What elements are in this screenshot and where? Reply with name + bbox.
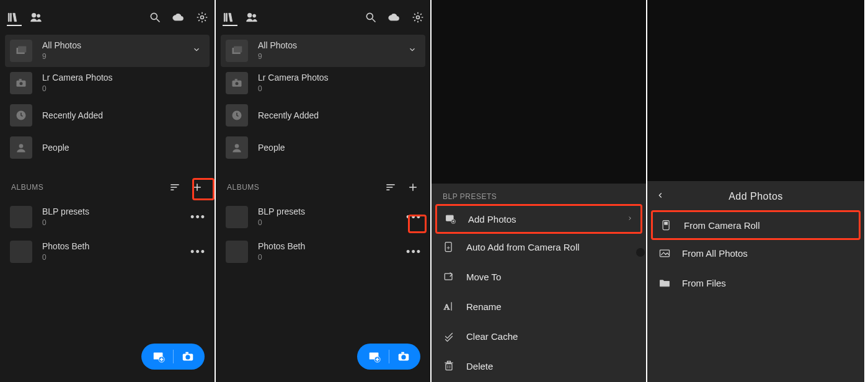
item-count: 9 [42,51,81,62]
menu-from-camera-roll[interactable]: From Camera Roll [651,210,861,240]
album-blp-presets[interactable]: BLP presets0 ••• [0,200,215,234]
camera-roll-icon [660,219,673,231]
dim-overlay [647,0,864,181]
people-icon[interactable] [246,11,258,24]
cloud-icon[interactable] [388,11,401,24]
menu-label: Delete [466,361,493,371]
library-icon[interactable] [6,11,19,24]
item-label: Recently Added [258,110,319,121]
svg-point-11 [19,144,24,148]
camera-icon [181,350,195,363]
svg-point-8 [20,82,23,85]
menu-add-photos[interactable]: Add Photos [435,204,642,234]
menu-label: Auto Add from Camera Roll [466,242,580,252]
auto-add-icon [443,241,455,253]
menu-from-all-photos[interactable]: From All Photos [647,238,864,268]
svg-rect-6 [18,47,26,53]
svg-rect-9 [19,79,22,80]
people-icon[interactable] [30,11,42,24]
image-stack-icon [10,40,32,62]
library-item-people[interactable]: People [0,131,215,164]
add-photos-icon [445,213,457,225]
svg-rect-33 [235,79,237,80]
menu-delete[interactable]: Delete [432,351,646,381]
menu-label: From All Photos [682,248,748,259]
album-photos-beth[interactable]: Photos Beth0 ••• [0,234,215,269]
library-item-recently-added[interactable]: Recently Added [216,99,430,131]
cloud-icon[interactable] [172,11,185,24]
menu-clear-cache[interactable]: Clear Cache [432,321,646,351]
dim-overlay [432,0,646,184]
image-stack-icon [226,40,248,62]
svg-point-26 [366,13,373,19]
album-label: Photos Beth [42,241,89,252]
add-photos-sheet: Add Photos From Camera Roll From All Pho… [647,181,864,382]
item-label: People [42,142,69,153]
gear-icon[interactable] [412,11,424,24]
menu-auto-add[interactable]: Auto Add from Camera Roll [432,232,646,262]
library-item-all-photos[interactable]: All Photos9 [221,35,425,67]
item-count: 0 [258,83,329,94]
gear-icon[interactable] [196,11,208,24]
album-thumbnail [10,206,32,228]
svg-rect-82 [665,222,668,224]
library-item-all-photos[interactable]: All Photos9 [5,35,210,67]
add-icon[interactable] [404,179,422,196]
sort-icon[interactable] [166,179,184,196]
album-thumbnail [226,241,248,263]
library-item-recently-added[interactable]: Recently Added [0,99,215,131]
more-icon[interactable]: ••• [406,211,422,224]
chevron-down-icon [192,45,201,56]
panel-4: All Photos11 Lr Camera Photos0 Recently … [647,0,864,382]
menu-from-files[interactable]: From Files [647,268,864,298]
chevron-down-icon [408,45,417,56]
section-label: ALBUMS [11,183,43,192]
library-item-lr-camera[interactable]: Lr Camera Photos0 [0,67,215,99]
library-item-people[interactable]: People [216,131,430,164]
svg-rect-23 [185,352,188,354]
svg-point-22 [185,355,190,359]
item-count: 9 [258,51,297,62]
top-bar [0,0,215,25]
menu-label: From Files [682,278,726,288]
import-image-icon [368,350,381,363]
menu-label: Move To [466,272,501,282]
fab-import-camera[interactable] [357,344,420,370]
svg-point-1 [37,14,40,17]
menu-label: Add Photos [468,214,516,224]
svg-line-3 [157,19,160,22]
album-photos-beth[interactable]: Photos Beth0 ••• [216,234,430,269]
item-label: Lr Camera Photos [258,72,329,83]
menu-rename[interactable]: A Rename [432,291,646,321]
camera-icon [397,350,410,363]
menu-label: Rename [466,301,502,312]
search-icon[interactable] [365,11,377,24]
back-button[interactable] [656,191,665,202]
item-count: 0 [42,83,113,94]
search-icon[interactable] [149,11,161,24]
svg-rect-47 [401,352,404,354]
svg-point-24 [247,13,252,17]
svg-rect-71 [448,362,451,363]
svg-point-0 [32,13,36,17]
library-item-lr-camera[interactable]: Lr Camera Photos0 [216,67,430,99]
library-icon[interactable] [222,11,234,24]
more-icon[interactable]: ••• [406,246,422,259]
svg-line-27 [373,19,376,22]
albums-section-header: ALBUMS [216,164,430,200]
sort-icon[interactable] [382,179,399,196]
panel-2: All Photos9 Lr Camera Photos0 Recently A… [216,0,432,382]
svg-text:A: A [444,302,450,311]
menu-move-to[interactable]: Move To [432,262,646,291]
rename-icon: A [443,300,455,313]
album-blp-presets[interactable]: BLP presets0 ••• [216,200,430,234]
more-icon[interactable]: ••• [190,246,206,259]
clock-icon [226,104,248,127]
fab-import-camera[interactable] [141,344,205,370]
item-label: All Photos [42,40,81,51]
blp-presets-sheet: BLP PRESETS Add Photos Auto Add from Cam… [432,184,646,382]
svg-point-4 [201,16,204,19]
add-icon[interactable] [188,179,206,196]
more-icon[interactable]: ••• [190,211,206,224]
album-count: 0 [42,252,89,263]
